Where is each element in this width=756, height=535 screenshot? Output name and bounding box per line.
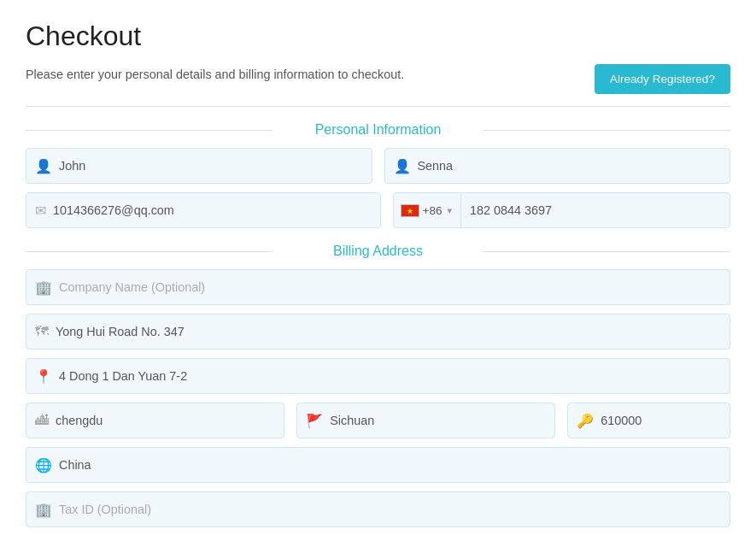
zip-field[interactable]: 🔑 610000 [567,403,730,438]
header-row: Please enter your personal details and b… [26,64,730,107]
phone-number-value: 182 0844 3697 [461,203,560,217]
billing-address-section-title: Billing Address [26,244,730,259]
tax-id-field[interactable]: 🏢 Tax ID (Optional) [26,491,730,527]
email-value: 1014366276@qq.com [53,203,174,217]
map-icon: 🗺 [35,324,49,339]
state-icon: 🚩 [306,413,323,429]
page-title: Checkout [26,21,730,52]
billing-address2-row: 📍 4 Dong 1 Dan Yuan 7-2 [26,358,730,394]
street-value: Yong Hui Road No. 347 [56,325,185,338]
state-value: Sichuan [330,414,374,427]
city-icon: 🏙 [35,413,49,428]
already-registered-button[interactable]: Already Registered? [595,64,730,94]
person-icon: 👤 [35,158,52,174]
zip-value: 610000 [601,414,642,427]
pin-icon: 📍 [35,368,52,385]
city-field[interactable]: 🏙 chengdu [26,403,284,438]
company-placeholder: Company Name (Optional) [59,280,205,294]
billing-city-state-zip-row: 🏙 chengdu 🚩 Sichuan 🔑 610000 [26,403,730,438]
country-field[interactable]: 🌐 China [26,447,730,483]
china-flag-icon: ★ [401,204,419,217]
billing-country-row: 🌐 China [26,447,730,483]
city-value: chengdu [56,414,103,427]
personal-info-row-2: ✉ 1014366276@qq.com ★ +86 ▼ 182 0844 369… [26,192,730,228]
last-name-value: Senna [418,159,454,173]
email-field[interactable]: ✉ 1014366276@qq.com [26,192,381,228]
first-name-field[interactable]: 👤 John [26,148,372,184]
personal-info-row-1: 👤 John 👤 Senna [26,148,730,184]
street-field[interactable]: 🗺 Yong Hui Road No. 347 [26,314,730,350]
phone-country-selector[interactable]: ★ +86 ▼ [394,193,462,227]
personal-info-section-title: Personal Information [26,122,730,138]
billing-street-row: 🗺 Yong Hui Road No. 347 [26,314,730,350]
billing-company-row: 🏢 Company Name (Optional) [26,269,730,305]
address2-value: 4 Dong 1 Dan Yuan 7-2 [59,369,187,383]
phone-country-code: +86 [423,204,442,217]
state-field[interactable]: 🚩 Sichuan [296,403,555,438]
billing-taxid-row: 🏢 Tax ID (Optional) [26,491,730,527]
company-field[interactable]: 🏢 Company Name (Optional) [26,269,730,305]
envelope-icon: ✉ [35,203,46,219]
first-name-value: John [59,159,85,173]
dropdown-arrow-icon: ▼ [446,206,454,215]
building-icon: 🏢 [35,279,52,296]
page-subtitle: Please enter your personal details and b… [26,68,404,81]
person-icon-2: 👤 [394,158,411,174]
zip-icon: 🔑 [577,413,594,429]
phone-field[interactable]: ★ +86 ▼ 182 0844 3697 [393,192,731,228]
taxid-icon: 🏢 [35,502,52,518]
last-name-field[interactable]: 👤 Senna [384,148,731,184]
address2-field[interactable]: 📍 4 Dong 1 Dan Yuan 7-2 [26,358,730,394]
country-value: China [59,458,91,472]
globe-icon: 🌐 [35,457,52,473]
tax-id-placeholder: Tax ID (Optional) [59,503,151,516]
